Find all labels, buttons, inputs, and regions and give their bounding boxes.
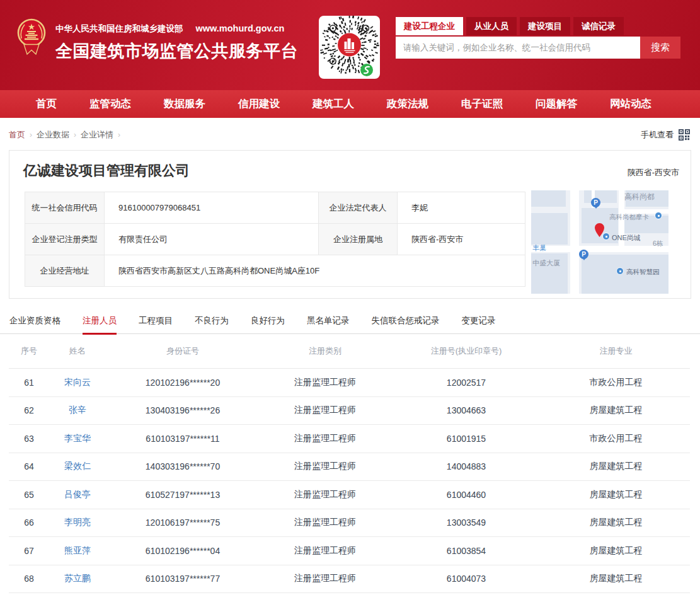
- nav-item-0[interactable]: 首页: [36, 97, 57, 111]
- cell: 130403196******26: [106, 405, 260, 415]
- person-name-link[interactable]: 苏立鹏: [49, 573, 106, 584]
- column-header-0: 序号: [9, 345, 49, 357]
- person-name-link[interactable]: 李宝华: [49, 433, 106, 444]
- cell: 61003854: [391, 546, 542, 556]
- column-header-1: 姓名: [49, 345, 106, 357]
- table-row: 67熊亚萍610102196******04注册监理工程师61003854房屋建…: [9, 537, 690, 565]
- cell: 61001915: [391, 434, 542, 444]
- column-header-5: 注册专业: [542, 345, 690, 357]
- map-label: 丰巢: [532, 243, 546, 253]
- breadcrumb-item-2[interactable]: 企业详情: [81, 129, 113, 141]
- section-tab-4[interactable]: 良好行为: [251, 315, 285, 333]
- cell: 67: [9, 546, 49, 556]
- nav-item-5[interactable]: 政策法规: [387, 97, 428, 111]
- mobile-view[interactable]: 手机查看: [641, 129, 690, 141]
- person-name-link[interactable]: 宋向云: [49, 377, 106, 388]
- company-card: 亿诚建设项目管理有限公司 陕西省-西安市 统一社会信用代码 9161000079…: [9, 150, 691, 299]
- person-name-link[interactable]: 张辛: [49, 405, 106, 416]
- table-row: 61宋向云120102196******20注册监理工程师12002517市政公…: [9, 369, 690, 397]
- person-name-link[interactable]: 李明亮: [49, 517, 106, 528]
- map-label: 6栋: [653, 240, 663, 248]
- search-button[interactable]: 搜索: [640, 37, 680, 59]
- search-panel: 建设工程企业从业人员建设项目诚信记录 搜索: [396, 17, 680, 59]
- registered-persons-table: 序号姓名身份证号注册类别注册号(执业印章号)注册专业 61宋向云12010219…: [9, 334, 690, 593]
- platform-title: 全国建筑市场监管公共服务平台: [55, 40, 298, 62]
- breadcrumb-item-0[interactable]: 首页: [9, 129, 25, 141]
- field-value: 916100007979068451: [105, 192, 319, 224]
- cell: 房屋建筑工程: [542, 545, 690, 557]
- cell: 市政公用工程: [542, 433, 690, 444]
- cell: 61: [9, 378, 49, 388]
- column-header-4: 注册号(执业印章号): [391, 345, 542, 357]
- breadcrumb-separator: ›: [30, 130, 32, 139]
- cell: 注册监理工程师: [260, 433, 391, 444]
- cell: 610103197******77: [106, 574, 260, 584]
- cell: 注册监理工程师: [260, 517, 391, 528]
- map-poi-icon: [616, 267, 624, 275]
- person-name-link[interactable]: 吕俊亭: [49, 489, 106, 500]
- site-titles: 中华人民共和国住房和城乡建设部www.mohurd.gov.cn 全国建筑市场监…: [55, 23, 298, 62]
- table-header: 序号姓名身份证号注册类别注册号(执业印章号)注册专业: [9, 334, 690, 369]
- cell: 68: [9, 574, 49, 584]
- field-label: 企业登记注册类型: [25, 224, 105, 255]
- field-label: 统一社会信用代码: [25, 192, 105, 224]
- breadcrumb-separator: ›: [74, 130, 76, 139]
- search-input[interactable]: [396, 37, 640, 59]
- nav-item-7[interactable]: 问题解答: [536, 97, 577, 111]
- nav-item-6[interactable]: 电子证照: [461, 97, 503, 111]
- search-tab-1[interactable]: 从业人员: [466, 17, 517, 35]
- map-label: 高科智慧园: [626, 268, 660, 277]
- cell: 注册监理工程师: [260, 489, 391, 500]
- section-tab-0[interactable]: 企业资质资格: [9, 315, 60, 333]
- cell: 房屋建筑工程: [542, 573, 690, 584]
- cell: 市政公用工程: [542, 377, 690, 388]
- cell: 房屋建筑工程: [542, 405, 690, 416]
- cell: 13004663: [391, 405, 542, 415]
- map-label: 高科尚都摩卡: [609, 213, 649, 222]
- cell: 房屋建筑工程: [542, 489, 690, 500]
- field-value: 有限责任公司: [105, 224, 319, 255]
- section-tab-3[interactable]: 不良行为: [195, 315, 229, 333]
- nav-item-4[interactable]: 建筑工人: [313, 97, 354, 111]
- cell: 65: [9, 490, 49, 500]
- search-tab-2[interactable]: 建设项目: [520, 17, 570, 35]
- section-tab-2[interactable]: 工程项目: [139, 315, 173, 333]
- table-row: 68苏立鹏610103197******77注册监理工程师61004073房屋建…: [9, 565, 690, 594]
- cell: 61004460: [391, 490, 542, 500]
- section-tab-6[interactable]: 失信联合惩戒记录: [372, 315, 440, 333]
- search-tab-3[interactable]: 诚信记录: [573, 17, 624, 35]
- cell: 610102196******04: [106, 546, 260, 556]
- section-tab-7[interactable]: 变更记录: [462, 315, 496, 333]
- cell: 63: [9, 434, 49, 444]
- table-row: 64梁效仁140303196******70注册监理工程师14004883房屋建…: [9, 453, 690, 482]
- field-value: 陕西省-西安市: [398, 224, 525, 255]
- field-label: 企业法定代表人: [319, 192, 398, 224]
- field-label: 企业注册属地: [319, 224, 398, 255]
- company-name: 亿诚建设项目管理有限公司: [23, 161, 190, 180]
- company-region: 陕西省-西安市: [628, 167, 679, 178]
- section-tab-1[interactable]: 注册人员: [83, 315, 117, 335]
- nav-item-8[interactable]: 网站动态: [610, 97, 651, 111]
- section-tab-5[interactable]: 黑名单记录: [307, 315, 350, 333]
- nav-item-3[interactable]: 信用建设: [238, 97, 280, 111]
- breadcrumb-item-1[interactable]: 企业数据: [37, 129, 69, 141]
- person-name-link[interactable]: 梁效仁: [49, 461, 106, 472]
- nav-item-1[interactable]: 监管动态: [89, 97, 131, 111]
- map-label: 中盛大厦: [532, 258, 560, 268]
- cell: 610103197******11: [106, 434, 260, 444]
- cell: 注册监理工程师: [260, 377, 391, 388]
- location-map[interactable]: 高科尚都 P 高科尚都摩卡 ONE尚城 6栋 丰巢 P 中盛大厦 高科智慧园: [531, 190, 668, 294]
- cell: 120106197******75: [106, 517, 260, 528]
- cell: 注册监理工程师: [260, 573, 391, 584]
- person-name-link[interactable]: 熊亚萍: [49, 545, 106, 557]
- nav-item-2[interactable]: 数据服务: [164, 97, 205, 111]
- cell: 14004883: [391, 461, 542, 471]
- table-row: 62张辛130403196******26注册监理工程师13004663房屋建筑…: [9, 397, 690, 425]
- site-url: www.mohurd.gov.cn: [196, 23, 285, 33]
- cell: 13003549: [391, 517, 542, 528]
- map-poi-icon: [602, 233, 610, 240]
- search-tab-0[interactable]: 建设工程企业: [396, 17, 463, 35]
- main-nav: 首页监管动态数据服务信用建设建筑工人政策法规电子证照问题解答网站动态: [0, 90, 700, 118]
- company-info-table: 统一社会信用代码 916100007979068451 企业法定代表人 李妮 企…: [25, 192, 525, 287]
- cell: 注册监理工程师: [260, 405, 391, 416]
